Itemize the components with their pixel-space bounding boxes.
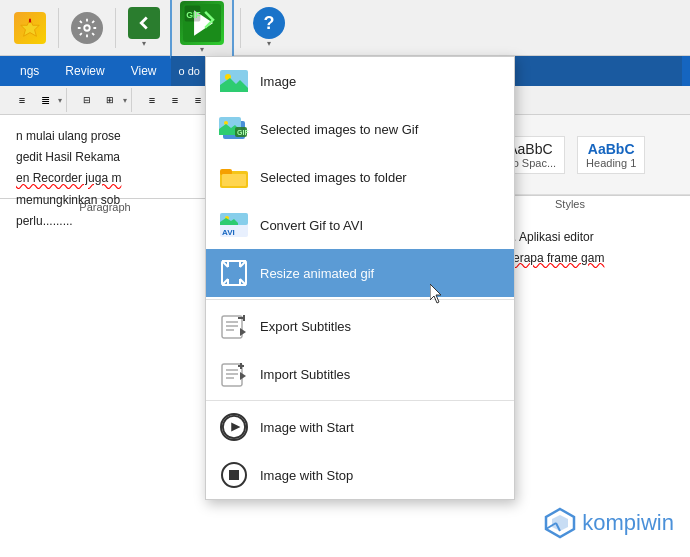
- star-icon: [14, 12, 46, 44]
- svg-rect-36: [222, 364, 242, 386]
- gif-tool-icon: GIF: [180, 1, 224, 45]
- indent-group: ≡ ≣ ▾: [8, 88, 67, 112]
- tab-review[interactable]: Review: [53, 60, 116, 82]
- menu-image-start-label: Image with Start: [260, 420, 354, 435]
- menu-image-stop-label: Image with Stop: [260, 468, 353, 483]
- menu-export-subtitles-label: Export Subtitles: [260, 319, 351, 334]
- doc-line-5: perlu.........: [16, 212, 194, 231]
- watermark-text: kompiwin: [582, 510, 674, 536]
- menu-item-resize-gif[interactable]: Resize animated gif: [206, 249, 514, 297]
- help-btn[interactable]: ? ▾: [247, 3, 291, 52]
- style-heading1[interactable]: AaBbC Heading 1: [577, 136, 645, 174]
- menu-item-selected-gif[interactable]: GIF Selected images to new Gif: [206, 105, 514, 153]
- play-circle-icon: [220, 413, 248, 441]
- export-icon: [218, 310, 250, 342]
- gif-multi-icon: GIF: [218, 113, 250, 145]
- indent-btn-2[interactable]: ≣: [35, 90, 55, 110]
- svg-marker-33: [240, 328, 246, 336]
- align-center[interactable]: ≡: [165, 90, 185, 110]
- doc-line-right-2: erapa frame gam: [513, 249, 682, 268]
- menu-item-export-subtitles[interactable]: Export Subtitles: [206, 302, 514, 350]
- kompiwin-icon: [542, 505, 578, 541]
- quick-access-btn[interactable]: [8, 8, 52, 48]
- import-icon: [218, 358, 250, 390]
- gear-icon: [71, 12, 103, 44]
- svg-marker-40: [240, 372, 246, 380]
- menu-selected-folder-label: Selected images to folder: [260, 170, 407, 185]
- menu-item-image-start[interactable]: Image with Start: [206, 403, 514, 451]
- menu-resize-gif-label: Resize animated gif: [260, 266, 374, 281]
- tab-view[interactable]: View: [119, 60, 169, 82]
- help-icon: ?: [253, 7, 285, 39]
- menu-convert-avi-label: Convert Gif to AVI: [260, 218, 363, 233]
- svg-text:AVI: AVI: [222, 228, 235, 237]
- arrow-left-icon: [128, 7, 160, 39]
- image-icon: [218, 65, 250, 97]
- svg-rect-46: [229, 470, 239, 480]
- menu-import-subtitles-label: Import Subtitles: [260, 367, 350, 382]
- menu-item-import-subtitles[interactable]: Import Subtitles: [206, 350, 514, 398]
- svg-text:GIF: GIF: [237, 129, 249, 136]
- settings-btn[interactable]: [65, 8, 109, 48]
- doc-text-left: n mulai ulang prose gedit Hasil Rekama e…: [0, 115, 210, 557]
- menu-item-image[interactable]: Image: [206, 57, 514, 105]
- list-btn-1[interactable]: ⊟: [77, 90, 97, 110]
- gif-tool-btn[interactable]: GIF ▾: [170, 0, 234, 60]
- doc-line-2: gedit Hasil Rekama: [16, 148, 194, 167]
- indent-btn-1[interactable]: ≡: [12, 90, 32, 110]
- svg-rect-29: [222, 316, 242, 338]
- play-icon: [218, 411, 250, 443]
- doc-line-1: n mulai ulang prose: [16, 127, 194, 146]
- back-btn[interactable]: ▾: [122, 3, 166, 52]
- doc-line-right-1: . Aplikasi editor: [513, 228, 682, 247]
- svg-text:GIF: GIF: [186, 10, 200, 20]
- tab-ngs[interactable]: ngs: [8, 60, 51, 82]
- separator-1: [58, 8, 59, 48]
- resize-icon: [218, 257, 250, 289]
- help-dropdown-arrow: ▾: [267, 39, 271, 48]
- separator-2: [115, 8, 116, 48]
- back-dropdown-arrow: ▾: [142, 39, 146, 48]
- align-left[interactable]: ≡: [142, 90, 162, 110]
- folder-icon: [218, 161, 250, 193]
- style-label-h1: Heading 1: [586, 157, 636, 169]
- separator-3: [240, 8, 241, 48]
- list-btn-2[interactable]: ⊞: [100, 90, 120, 110]
- menu-divider-1: [206, 299, 514, 300]
- dropdown-menu: Image GIF Selected images to new Gif Sel…: [205, 56, 515, 500]
- style-sample-h1: AaBbC: [588, 141, 635, 157]
- menu-item-selected-folder[interactable]: Selected images to folder: [206, 153, 514, 201]
- gif-dropdown-arrow: ▾: [200, 45, 204, 54]
- menu-item-image-stop[interactable]: Image with Stop: [206, 451, 514, 499]
- doc-line-4: memungkinkan sob: [16, 191, 194, 210]
- avi-icon: AVI: [218, 209, 250, 241]
- svg-marker-44: [231, 422, 240, 431]
- menu-divider-2: [206, 400, 514, 401]
- svg-rect-18: [222, 174, 246, 186]
- menu-image-label: Image: [260, 74, 296, 89]
- list-group: ⊟ ⊞ ▾: [73, 88, 132, 112]
- menu-selected-gif-label: Selected images to new Gif: [260, 122, 418, 137]
- doc-text-right: . Aplikasi editor erapa frame gam: [505, 220, 690, 278]
- watermark: kompiwin: [542, 505, 674, 541]
- stop-icon: [218, 459, 250, 491]
- menu-item-convert-avi[interactable]: AVI Convert Gif to AVI: [206, 201, 514, 249]
- svg-point-2: [84, 25, 90, 31]
- help-icon-text: ?: [264, 13, 275, 34]
- ribbon-top: ▾ GIF ▾ ? ▾: [0, 0, 690, 56]
- doc-line-3: en Recorder juga m: [16, 169, 194, 188]
